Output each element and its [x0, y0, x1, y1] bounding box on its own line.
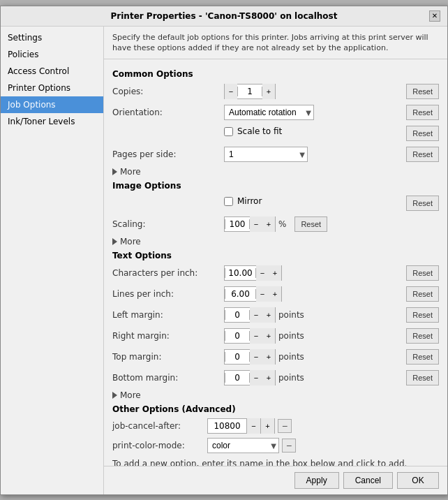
bottom-margin-unit: points — [278, 373, 304, 383]
chars-per-inch-value: 10.00 — [225, 268, 256, 278]
lines-per-inch-row: Lines per inch: 6.00 − + Reset — [112, 286, 439, 302]
dialog-title: Printer Properties - 'Canon-TS8000' on l… — [19, 11, 429, 21]
sidebar-item-settings[interactable]: Settings — [1, 29, 103, 46]
scaling-increment[interactable]: + — [262, 216, 275, 232]
text-more-row[interactable]: More — [112, 390, 439, 400]
cancel-button[interactable]: Cancel — [343, 472, 393, 489]
sidebar-item-ink-toner[interactable]: Ink/Toner Levels — [1, 113, 103, 130]
print-color-mode-label: print-color-mode: — [112, 441, 203, 450]
right-margin-label: Right margin: — [112, 331, 224, 341]
mirror-reset[interactable]: Reset — [406, 196, 439, 211]
right-margin-reset[interactable]: Reset — [406, 328, 439, 344]
description-text: Specify the default job options for this… — [104, 27, 447, 60]
top-margin-unit: points — [278, 352, 304, 362]
top-margin-increment[interactable]: + — [262, 349, 275, 365]
job-cancel-after-value: 10800 — [208, 419, 246, 433]
chars-per-inch-reset[interactable]: Reset — [406, 265, 439, 281]
mirror-checkbox[interactable] — [224, 197, 233, 206]
mirror-checkbox-row: Mirror — [224, 196, 262, 206]
mirror-control: Mirror Reset — [224, 196, 439, 211]
other-options-header: Other Options (Advanced) — [112, 404, 439, 414]
top-margin-reset[interactable]: Reset — [406, 349, 439, 365]
pages-per-side-label: Pages per side: — [112, 149, 224, 159]
scale-to-fit-checkbox[interactable] — [224, 127, 233, 136]
sidebar: Settings Policies Access Control Printer… — [1, 27, 104, 494]
chars-per-inch-decrement[interactable]: − — [256, 265, 269, 281]
pages-per-side-reset[interactable]: Reset — [406, 147, 439, 162]
bottom-margin-control: 0 − + points Reset — [224, 370, 439, 385]
common-options-header: Common Options — [112, 69, 439, 79]
sidebar-item-policies[interactable]: Policies — [1, 46, 103, 63]
copies-decrement[interactable]: − — [225, 84, 237, 99]
job-cancel-after-remove[interactable]: − — [278, 419, 292, 433]
left-margin-label: Left margin: — [112, 310, 224, 320]
bottom-margin-value: 0 — [225, 373, 250, 383]
chars-per-inch-stepper: 10.00 − + — [224, 265, 282, 281]
bottom-margin-row: Bottom margin: 0 − + points Reset — [112, 369, 439, 386]
footer: Apply Cancel OK — [104, 466, 447, 494]
right-margin-decrement[interactable]: − — [250, 328, 262, 344]
ok-button[interactable]: OK — [397, 472, 439, 489]
copies-value: 1 — [237, 87, 262, 96]
bottom-margin-increment[interactable]: + — [262, 370, 275, 385]
scaling-reset[interactable]: Reset — [294, 216, 327, 232]
print-color-mode-select[interactable]: color monochrome — [207, 438, 279, 453]
chars-per-inch-increment[interactable]: + — [269, 265, 281, 281]
lines-per-inch-value: 6.00 — [225, 289, 256, 299]
lines-per-inch-decrement[interactable]: − — [256, 286, 269, 302]
job-cancel-after-label: job-cancel-after: — [112, 421, 203, 431]
top-margin-control: 0 − + points Reset — [224, 349, 439, 365]
top-margin-decrement[interactable]: − — [250, 349, 262, 365]
text-more-triangle — [112, 392, 117, 399]
left-margin-row: Left margin: 0 − + points Reset — [112, 307, 439, 323]
orientation-label: Orientation: — [112, 108, 224, 117]
orientation-row: Orientation: Automatic rotation Portrait… — [112, 104, 439, 121]
lines-per-inch-increment[interactable]: + — [269, 286, 281, 302]
bottom-margin-reset[interactable]: Reset — [406, 370, 439, 385]
right-margin-row: Right margin: 0 − + points Reset — [112, 328, 439, 344]
scale-to-fit-reset[interactable]: Reset — [406, 126, 439, 141]
image-more-row[interactable]: More — [112, 237, 439, 247]
right-margin-unit: points — [278, 331, 304, 341]
orientation-select[interactable]: Automatic rotation Portrait Landscape — [224, 105, 314, 120]
lines-per-inch-control: 6.00 − + Reset — [224, 286, 439, 302]
bottom-margin-decrement[interactable]: − — [250, 370, 262, 385]
main-content: Specify the default job options for this… — [104, 27, 447, 494]
scroll-area: Common Options Copies: − 1 + Reset — [104, 59, 447, 465]
text-options-header: Text Options — [112, 251, 439, 260]
scale-checkbox-row: Scale to fit — [224, 126, 282, 136]
job-cancel-after-increment[interactable]: + — [260, 418, 274, 434]
scale-control: Scale to fit Reset — [224, 126, 439, 141]
print-color-mode-row: print-color-mode: color monochrome ▼ − — [112, 438, 439, 453]
left-margin-reset[interactable]: Reset — [406, 307, 439, 323]
copies-increment[interactable]: + — [262, 84, 275, 99]
scaling-decrement[interactable]: − — [250, 216, 262, 232]
apply-button[interactable]: Apply — [294, 472, 339, 489]
print-color-mode-remove[interactable]: − — [282, 439, 296, 453]
orientation-reset[interactable]: Reset — [406, 105, 439, 120]
dialog-body: Settings Policies Access Control Printer… — [1, 27, 447, 494]
right-margin-value: 0 — [225, 331, 250, 341]
sidebar-item-job-options[interactable]: Job Options — [1, 96, 103, 113]
pages-per-side-select[interactable]: 1 2 4 6 — [224, 147, 308, 162]
common-more-row[interactable]: More — [112, 167, 439, 177]
close-button[interactable]: ✕ — [429, 10, 440, 22]
sidebar-item-access-control[interactable]: Access Control — [1, 63, 103, 80]
copies-row: Copies: − 1 + Reset — [112, 83, 439, 100]
add-option-description: To add a new option, enter its name in t… — [112, 459, 407, 465]
left-margin-increment[interactable]: + — [262, 307, 275, 323]
copies-stepper: − 1 + — [224, 84, 276, 99]
lines-per-inch-label: Lines per inch: — [112, 289, 224, 299]
right-margin-increment[interactable]: + — [262, 328, 275, 344]
common-more-triangle — [112, 168, 117, 175]
lines-per-inch-reset[interactable]: Reset — [406, 286, 439, 302]
job-cancel-after-decrement[interactable]: − — [246, 418, 260, 434]
chars-per-inch-row: Characters per inch: 10.00 − + Reset — [112, 265, 439, 281]
bottom-margin-stepper: 0 − + — [224, 370, 276, 385]
dialog: Printer Properties - 'Canon-TS8000' on l… — [0, 6, 448, 495]
copies-reset[interactable]: Reset — [406, 84, 439, 99]
sidebar-item-printer-options[interactable]: Printer Options — [1, 80, 103, 96]
left-margin-stepper: 0 − + — [224, 307, 276, 323]
left-margin-decrement[interactable]: − — [250, 307, 262, 323]
image-more-triangle — [112, 238, 117, 245]
